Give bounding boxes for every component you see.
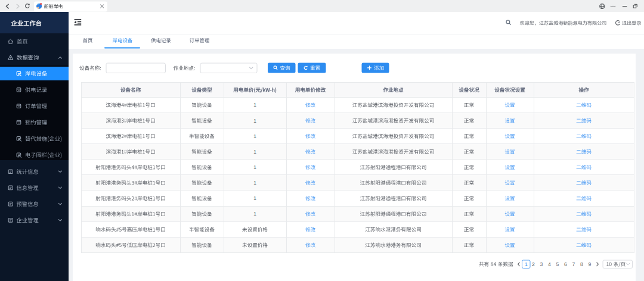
svg-text:1: 1	[253, 102, 256, 108]
svg-text:1: 1	[525, 261, 528, 267]
svg-text:1: 1	[253, 164, 256, 170]
svg-text:3: 3	[540, 261, 543, 267]
svg-text:4: 4	[548, 261, 551, 267]
svg-text:9: 9	[589, 261, 592, 267]
svg-text:1: 1	[253, 195, 256, 201]
svg-text:6: 6	[564, 261, 567, 267]
svg-text:1: 1	[253, 180, 256, 186]
svg-text:8: 8	[580, 261, 583, 267]
svg-text:7: 7	[572, 261, 575, 267]
svg-text:5: 5	[556, 261, 559, 267]
svg-text:1: 1	[253, 118, 256, 124]
svg-text:1: 1	[253, 149, 256, 155]
svg-text:1: 1	[253, 133, 256, 139]
svg-text:1: 1	[253, 211, 256, 217]
svg-text:2: 2	[532, 261, 535, 267]
